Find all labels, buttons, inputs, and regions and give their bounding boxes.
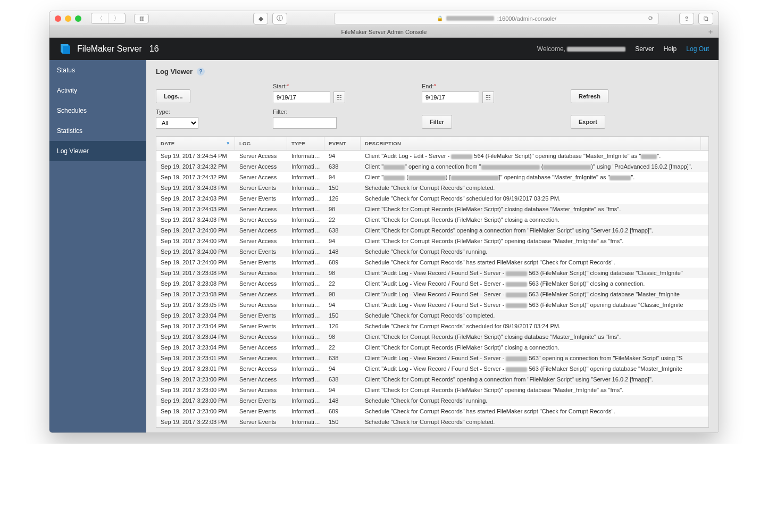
cell-event: 148 bbox=[324, 246, 361, 257]
cell-type: Information bbox=[287, 300, 324, 310]
table-row[interactable]: Sep 19, 2017 3:23:04 PMServer EventsInfo… bbox=[156, 321, 708, 331]
table-row[interactable]: Sep 19, 2017 3:23:08 PMServer AccessInfo… bbox=[156, 268, 708, 278]
table-row[interactable]: Sep 19, 2017 3:24:54 PMServer AccessInfo… bbox=[156, 151, 708, 161]
cell-description: Client "Check for Corrupt Records (FileM… bbox=[361, 342, 708, 353]
cell-log: Server Access bbox=[235, 204, 287, 214]
table-row[interactable]: Sep 19, 2017 3:23:00 PMServer AccessInfo… bbox=[156, 385, 708, 395]
content-area: Log Viewer ? Logs... Start:* ☷ End:* bbox=[146, 60, 719, 433]
filter-input[interactable] bbox=[273, 117, 337, 129]
cell-type: Information bbox=[287, 257, 324, 268]
cell-log: Server Events bbox=[235, 310, 287, 321]
tabs-icon[interactable]: ⧉ bbox=[698, 13, 713, 24]
cell-date: Sep 19, 2017 3:24:32 PM bbox=[156, 172, 235, 182]
cell-log: Server Events bbox=[235, 395, 287, 406]
export-button[interactable]: Export bbox=[571, 115, 605, 129]
sidebar-item-status[interactable]: Status bbox=[49, 60, 146, 80]
new-tab-button[interactable]: ＋ bbox=[707, 27, 714, 37]
table-row[interactable]: Sep 19, 2017 3:24:00 PMServer AccessInfo… bbox=[156, 225, 708, 236]
type-select[interactable]: All bbox=[156, 117, 198, 129]
end-calendar-icon[interactable]: ☷ bbox=[482, 92, 494, 103]
refresh-button[interactable]: Refresh bbox=[571, 89, 608, 103]
col-date[interactable]: DATE▼ bbox=[156, 137, 235, 150]
table-row[interactable]: Sep 19, 2017 3:23:04 PMServer AccessInfo… bbox=[156, 342, 708, 353]
help-link[interactable]: Help bbox=[664, 45, 677, 53]
table-row[interactable]: Sep 19, 2017 3:23:05 PMServer AccessInfo… bbox=[156, 300, 708, 310]
tab-title[interactable]: FileMaker Server Admin Console bbox=[341, 29, 427, 35]
col-log[interactable]: LOG bbox=[235, 137, 287, 150]
table-row[interactable]: Sep 19, 2017 3:23:01 PMServer AccessInfo… bbox=[156, 353, 708, 363]
cell-log: Server Access bbox=[235, 374, 287, 385]
table-row[interactable]: Sep 19, 2017 3:24:00 PMServer AccessInfo… bbox=[156, 236, 708, 246]
sidebar-toggle-button[interactable]: ▥ bbox=[134, 14, 149, 23]
back-button[interactable]: 〈 bbox=[91, 13, 108, 23]
col-event[interactable]: EVENT bbox=[324, 137, 361, 150]
table-row[interactable]: Sep 19, 2017 3:23:00 PMServer EventsInfo… bbox=[156, 406, 708, 417]
table-row[interactable]: Sep 19, 2017 3:22:03 PMServer EventsInfo… bbox=[156, 417, 708, 427]
close-window-button[interactable] bbox=[55, 15, 61, 22]
start-date-input[interactable] bbox=[273, 92, 330, 103]
cell-description: Schedule "Check for Corrupt Records" com… bbox=[361, 310, 708, 321]
col-description[interactable]: DESCRIPTION bbox=[361, 137, 701, 150]
export-cell: Export bbox=[571, 115, 624, 129]
table-row[interactable]: Sep 19, 2017 3:23:00 PMServer AccessInfo… bbox=[156, 374, 708, 385]
col-type[interactable]: TYPE bbox=[287, 137, 324, 150]
cell-date: Sep 19, 2017 3:23:08 PM bbox=[156, 289, 235, 300]
sidebar-item-statistics[interactable]: Statistics bbox=[49, 121, 146, 141]
table-body[interactable]: Sep 19, 2017 3:24:54 PMServer AccessInfo… bbox=[156, 151, 708, 427]
table-row[interactable]: Sep 19, 2017 3:24:00 PMServer EventsInfo… bbox=[156, 257, 708, 268]
cell-date: Sep 19, 2017 3:24:00 PM bbox=[156, 225, 235, 236]
forward-button[interactable]: 〉 bbox=[108, 13, 125, 23]
table-row[interactable]: Sep 19, 2017 3:23:00 PMServer EventsInfo… bbox=[156, 395, 708, 406]
sidebar-item-activity[interactable]: Activity bbox=[49, 80, 146, 101]
cell-type: Information bbox=[287, 268, 324, 278]
share-icon[interactable]: ⇪ bbox=[679, 13, 694, 24]
table-row[interactable]: Sep 19, 2017 3:24:32 PMServer AccessInfo… bbox=[156, 161, 708, 172]
table-row[interactable]: Sep 19, 2017 3:24:32 PMServer AccessInfo… bbox=[156, 172, 708, 182]
info-icon[interactable]: ⓘ bbox=[272, 13, 287, 24]
cell-date: Sep 19, 2017 3:24:00 PM bbox=[156, 236, 235, 246]
product-logo: FileMaker Server 16 bbox=[59, 43, 159, 55]
logout-link[interactable]: Log Out bbox=[686, 45, 709, 53]
cell-log: Server Access bbox=[235, 236, 287, 246]
cell-type: Information bbox=[287, 310, 324, 321]
cell-date: Sep 19, 2017 3:24:54 PM bbox=[156, 151, 235, 161]
cell-description: Schedule "Check for Corrupt Records" has… bbox=[361, 406, 708, 417]
table-row[interactable]: Sep 19, 2017 3:24:03 PMServer EventsInfo… bbox=[156, 193, 708, 204]
end-date-input[interactable] bbox=[422, 92, 479, 103]
start-calendar-icon[interactable]: ☷ bbox=[333, 92, 345, 103]
cell-log: Server Events bbox=[235, 246, 287, 257]
cell-event: 150 bbox=[324, 182, 361, 193]
cell-date: Sep 19, 2017 3:24:03 PM bbox=[156, 193, 235, 204]
shield-icon[interactable]: ◆ bbox=[253, 13, 268, 24]
cell-date: Sep 19, 2017 3:23:00 PM bbox=[156, 385, 235, 395]
zoom-window-button[interactable] bbox=[75, 15, 81, 22]
welcome-text: Welcome, bbox=[537, 45, 625, 53]
cell-description: Client "Audit Log - View Record / Found … bbox=[361, 353, 708, 363]
cell-log: Server Access bbox=[235, 353, 287, 363]
filter-button[interactable]: Filter bbox=[422, 115, 452, 129]
cell-log: Server Access bbox=[235, 385, 287, 395]
minimize-window-button[interactable] bbox=[65, 15, 71, 22]
sidebar-item-log-viewer[interactable]: Log Viewer bbox=[49, 141, 146, 161]
cell-description: Schedule "Check for Corrupt Records" run… bbox=[361, 246, 708, 257]
cell-log: Server Events bbox=[235, 417, 287, 427]
filter-cell: Filter: bbox=[273, 109, 406, 129]
address-bar[interactable]: 🔒 :16000/admin-console/ ⟳ bbox=[334, 13, 659, 24]
table-row[interactable]: Sep 19, 2017 3:23:08 PMServer AccessInfo… bbox=[156, 289, 708, 300]
table-row[interactable]: Sep 19, 2017 3:24:03 PMServer AccessInfo… bbox=[156, 204, 708, 214]
sidebar-item-schedules[interactable]: Schedules bbox=[49, 101, 146, 121]
type-cell: Type: All bbox=[156, 109, 257, 129]
cell-description: Schedule "Check for Corrupt Records" run… bbox=[361, 395, 708, 406]
help-icon[interactable]: ? bbox=[197, 68, 205, 76]
table-row[interactable]: Sep 19, 2017 3:24:03 PMServer EventsInfo… bbox=[156, 182, 708, 193]
table-row[interactable]: Sep 19, 2017 3:23:04 PMServer AccessInfo… bbox=[156, 331, 708, 342]
table-row[interactable]: Sep 19, 2017 3:24:00 PMServer EventsInfo… bbox=[156, 246, 708, 257]
logs-button[interactable]: Logs... bbox=[156, 89, 190, 103]
reload-icon[interactable]: ⟳ bbox=[648, 15, 653, 22]
server-link[interactable]: Server bbox=[635, 45, 654, 53]
table-row[interactable]: Sep 19, 2017 3:24:03 PMServer AccessInfo… bbox=[156, 214, 708, 225]
table-row[interactable]: Sep 19, 2017 3:23:01 PMServer AccessInfo… bbox=[156, 363, 708, 374]
table-row[interactable]: Sep 19, 2017 3:23:04 PMServer EventsInfo… bbox=[156, 310, 708, 321]
cell-event: 22 bbox=[324, 214, 361, 225]
table-row[interactable]: Sep 19, 2017 3:23:08 PMServer AccessInfo… bbox=[156, 278, 708, 289]
